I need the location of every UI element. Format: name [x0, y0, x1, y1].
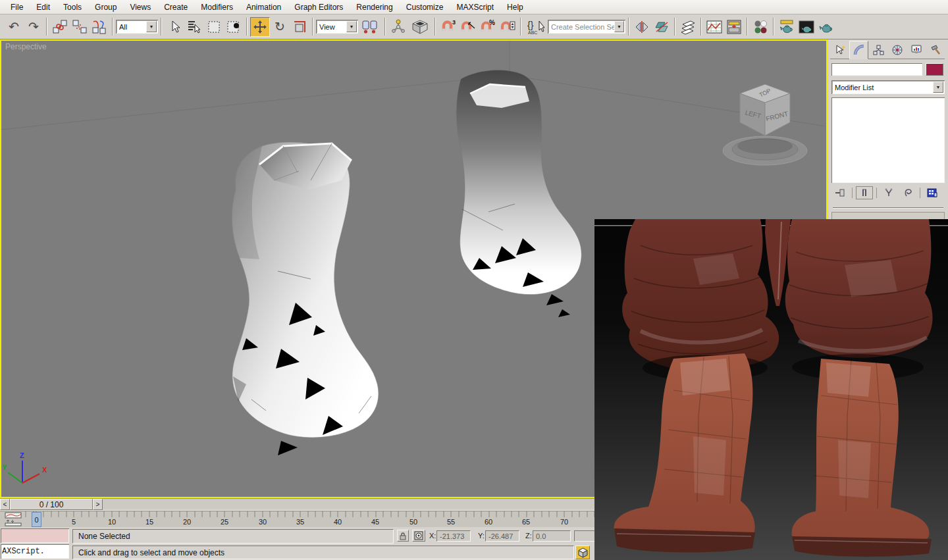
select-and-move-button[interactable]	[250, 17, 270, 37]
current-frame-marker[interactable]: 0	[32, 512, 41, 527]
menu-bar: File Edit Tools Group Views Create Modif…	[0, 0, 948, 14]
menu-item-graph-editors[interactable]: Graph Editors	[288, 1, 350, 14]
select-by-name-button[interactable]	[184, 17, 204, 37]
next-frame-button[interactable]: >	[93, 499, 103, 510]
remove-modifier-button[interactable]	[899, 186, 916, 199]
menu-item-views[interactable]: Views	[123, 1, 157, 14]
object-name-field[interactable]	[831, 63, 922, 76]
toolbar-separator	[161, 18, 162, 36]
modifier-list-dropdown[interactable]: Modifier List ▼	[831, 80, 945, 94]
menu-item-group[interactable]: Group	[88, 1, 123, 14]
snaps-cube-button[interactable]	[408, 17, 432, 37]
menu-item-edit[interactable]: Edit	[30, 1, 57, 14]
mirror-button[interactable]	[632, 17, 652, 37]
z-coordinate-label: Z:	[525, 532, 532, 540]
tick-label: 60	[485, 518, 492, 526]
menu-item-rendering[interactable]: Rendering	[350, 1, 399, 14]
y-coordinate-field[interactable]: -26.487	[485, 530, 519, 542]
bind-to-space-warp-button[interactable]	[90, 17, 109, 37]
tab-motion[interactable]	[887, 41, 907, 59]
angle-snap-toggle-button[interactable]	[458, 17, 478, 37]
redo-button[interactable]: ↷	[24, 17, 43, 37]
axis-y-label: y	[3, 462, 7, 470]
snaps-toggle-button[interactable]: 3	[438, 17, 458, 37]
svg-text:%: %	[489, 19, 495, 26]
remove-modifier-icon	[903, 188, 913, 198]
use-pivot-point-center-button[interactable]	[358, 17, 382, 37]
redo-icon: ↷	[28, 20, 39, 33]
undo-button[interactable]: ↶	[4, 17, 24, 37]
tab-create[interactable]	[830, 41, 849, 59]
modifier-list-label: Modifier List	[835, 84, 933, 91]
adaptive-degradation-toggle[interactable]	[575, 546, 590, 559]
schematic-view-button[interactable]	[724, 17, 744, 37]
hierarchy-tab-icon	[872, 44, 884, 56]
menu-item-animation[interactable]: Animation	[240, 1, 288, 14]
selection-filter-dropdown[interactable]: All ▼	[116, 20, 158, 34]
menu-item-help[interactable]: Help	[500, 1, 530, 14]
toolbar-separator	[773, 18, 774, 36]
time-slider-thumb[interactable]: 0 / 100	[10, 499, 93, 510]
menu-item-tools[interactable]: Tools	[57, 1, 88, 14]
pin-stack-button[interactable]	[831, 186, 849, 199]
previous-frame-button[interactable]: <	[0, 499, 10, 510]
x-coordinate-field[interactable]: -21.373	[436, 530, 471, 542]
select-and-manipulate-button[interactable]	[388, 17, 408, 37]
window-crossing-toggle-button[interactable]	[224, 17, 244, 37]
tab-hierarchy[interactable]	[868, 41, 887, 59]
menu-item-customize[interactable]: Customize	[400, 1, 450, 14]
menu-item-create[interactable]: Create	[157, 1, 194, 14]
maxscript-listener-field[interactable]: AXScript.	[1, 544, 69, 559]
tab-modify[interactable]	[849, 41, 868, 59]
show-end-result-icon	[859, 188, 870, 198]
boot-model-left[interactable]	[232, 142, 379, 455]
configure-modifier-sets-button[interactable]	[924, 186, 941, 199]
maxscript-macro-recorder-field[interactable]	[1, 528, 69, 543]
absolute-offset-mode-toggle[interactable]	[412, 530, 425, 542]
quick-render-button[interactable]	[816, 17, 836, 37]
chevron-down-icon[interactable]: ▼	[346, 21, 357, 32]
rectangular-selection-region-button[interactable]	[204, 17, 224, 37]
toolbar-separator	[312, 18, 313, 36]
utilities-tab-icon	[930, 44, 941, 56]
menu-item-maxscript[interactable]: MAXScript	[450, 1, 500, 14]
toolbar-separator	[747, 18, 748, 36]
boot-model-right[interactable]	[456, 70, 581, 317]
view-cube[interactable]: TOP LEFT FRONT	[723, 84, 807, 165]
curve-editor-button[interactable]	[704, 17, 724, 37]
layer-manager-button[interactable]	[678, 17, 698, 37]
spinner-snap-toggle-button[interactable]	[498, 17, 517, 37]
lock-icon	[399, 532, 407, 540]
rendered-frame-window-button[interactable]	[797, 17, 816, 37]
tick-label: 10	[108, 518, 116, 526]
tab-display[interactable]	[907, 41, 926, 59]
select-object-button[interactable]	[165, 17, 184, 37]
named-selection-set-dropdown[interactable]: Create Selection Set ▼	[548, 20, 625, 34]
percent-snap-toggle-button[interactable]: %	[478, 17, 498, 37]
open-mini-curve-editor-button[interactable]	[2, 512, 24, 526]
tab-utilities[interactable]	[926, 41, 945, 59]
menu-item-modifiers[interactable]: Modifiers	[194, 1, 240, 14]
select-and-scale-button[interactable]	[290, 17, 309, 37]
chevron-down-icon[interactable]: ▼	[614, 21, 624, 32]
modifier-stack-list[interactable]	[831, 97, 945, 183]
menu-item-file[interactable]: File	[4, 1, 30, 14]
make-unique-button[interactable]	[880, 186, 897, 199]
chevron-down-icon[interactable]: ▼	[933, 82, 943, 93]
edit-named-selection-sets-button[interactable]: {}ABC	[524, 17, 548, 37]
select-and-rotate-button[interactable]: ↻	[270, 17, 290, 37]
selection-lock-toggle[interactable]	[397, 530, 409, 542]
reference-coordinate-value: View	[319, 23, 346, 31]
select-and-link-button[interactable]	[50, 17, 70, 37]
show-end-result-button[interactable]	[856, 186, 873, 199]
absolute-mode-icon	[414, 531, 423, 540]
object-color-swatch[interactable]	[926, 63, 943, 76]
unlink-selection-button[interactable]	[70, 17, 90, 37]
chevron-down-icon[interactable]: ▼	[146, 21, 157, 32]
reference-coordinate-dropdown[interactable]: View ▼	[316, 20, 358, 34]
z-coordinate-field[interactable]: 0.0	[533, 530, 571, 542]
render-setup-button[interactable]	[777, 17, 797, 37]
manipulator-icon	[390, 19, 406, 35]
material-editor-button[interactable]	[750, 17, 770, 37]
align-button[interactable]	[652, 17, 672, 37]
